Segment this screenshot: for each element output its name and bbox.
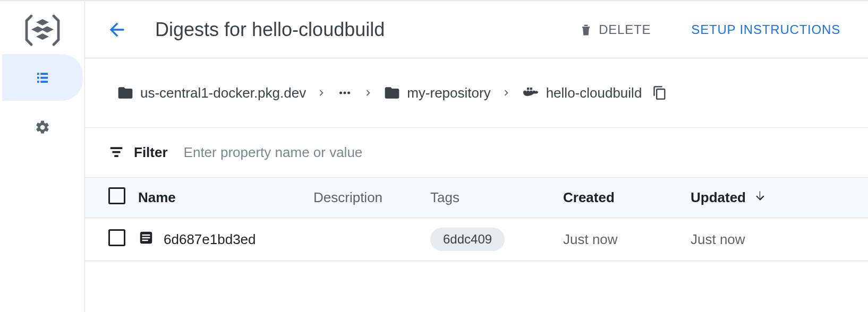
- sidebar: [0, 1, 85, 312]
- svg-rect-6: [37, 77, 39, 79]
- setup-instructions-button[interactable]: SETUP INSTRUCTIONS: [683, 17, 849, 42]
- column-header-updated-label: Updated: [691, 189, 746, 206]
- filter-bar: Filter: [85, 128, 868, 178]
- svg-rect-17: [530, 88, 532, 90]
- breadcrumb-root[interactable]: us-central1-docker.pkg.dev: [117, 84, 306, 101]
- svg-rect-8: [37, 81, 39, 83]
- svg-rect-5: [40, 73, 48, 75]
- copy-path-button[interactable]: [652, 85, 667, 100]
- svg-rect-25: [142, 239, 148, 241]
- breadcrumb-root-label: us-central1-docker.pkg.dev: [140, 85, 306, 101]
- svg-rect-24: [142, 237, 150, 238]
- svg-marker-2: [41, 27, 54, 33]
- cell-created: Just now: [563, 218, 691, 261]
- folder-icon: [384, 84, 401, 101]
- svg-point-10: [339, 92, 342, 94]
- select-all-checkbox[interactable]: [108, 187, 125, 204]
- main: Digests for hello-cloudbuild DELETE SETU…: [85, 1, 868, 312]
- svg-rect-16: [527, 88, 529, 90]
- back-button[interactable]: [104, 17, 130, 42]
- breadcrumb-repository[interactable]: my-repository: [384, 84, 490, 101]
- sidebar-item-settings[interactable]: [2, 104, 83, 151]
- breadcrumb-package[interactable]: hello-cloudbuild: [522, 84, 642, 102]
- docker-icon: [522, 84, 540, 102]
- column-header-created[interactable]: Created: [563, 178, 691, 218]
- row-checkbox[interactable]: [108, 229, 125, 246]
- table-row: 6d687e1bd3ed 6ddc409 Just now Just now: [85, 218, 868, 261]
- chevron-right-icon: [362, 87, 374, 99]
- cell-description: [313, 218, 430, 261]
- tag-chip[interactable]: 6ddc409: [430, 228, 505, 251]
- column-header-description[interactable]: Description: [313, 178, 430, 218]
- filter-label: Filter: [134, 144, 168, 161]
- folder-icon: [117, 84, 134, 101]
- breadcrumb: us-central1-docker.pkg.dev my-repository: [85, 58, 868, 128]
- column-header-updated[interactable]: Updated: [691, 178, 868, 218]
- chevron-right-icon: [316, 87, 327, 99]
- column-header-name[interactable]: Name: [138, 178, 313, 218]
- delete-button-label: DELETE: [599, 22, 651, 37]
- svg-point-12: [347, 92, 350, 94]
- svg-point-11: [344, 92, 346, 94]
- filter-icon: [108, 144, 124, 161]
- digest-icon: [138, 230, 154, 249]
- cell-updated: Just now: [691, 218, 868, 261]
- svg-rect-7: [40, 77, 48, 79]
- breadcrumb-overflow[interactable]: [337, 85, 353, 101]
- delete-button[interactable]: DELETE: [570, 17, 659, 42]
- svg-rect-4: [37, 73, 39, 75]
- digest-name-link[interactable]: 6d687e1bd3ed: [164, 231, 256, 248]
- filter-input[interactable]: [184, 144, 449, 161]
- digests-table: Name Description Tags Created Updated: [85, 178, 868, 261]
- svg-marker-0: [36, 19, 49, 25]
- svg-rect-23: [142, 234, 150, 236]
- svg-rect-9: [40, 81, 48, 83]
- chevron-right-icon: [500, 87, 512, 99]
- svg-rect-19: [110, 147, 123, 149]
- sidebar-item-list[interactable]: [2, 54, 83, 101]
- svg-rect-20: [113, 151, 121, 153]
- svg-rect-21: [114, 155, 118, 157]
- breadcrumb-package-label: hello-cloudbuild: [546, 85, 642, 101]
- sort-descending-icon: [753, 189, 767, 206]
- breadcrumb-repository-label: my-repository: [407, 85, 490, 101]
- setup-instructions-label: SETUP INSTRUCTIONS: [691, 22, 840, 37]
- column-header-tags[interactable]: Tags: [430, 178, 563, 218]
- topbar: Digests for hello-cloudbuild DELETE SETU…: [85, 1, 868, 58]
- page-title: Digests for hello-cloudbuild: [155, 19, 570, 41]
- svg-marker-3: [36, 33, 49, 40]
- product-logo: [0, 8, 84, 52]
